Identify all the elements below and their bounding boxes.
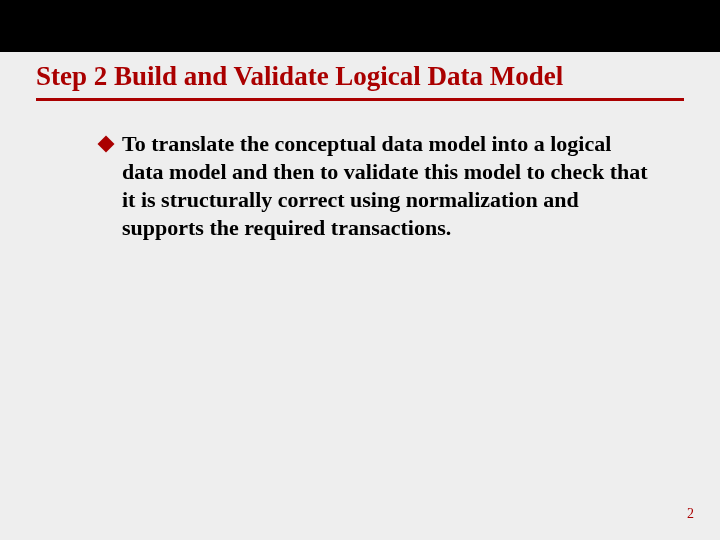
top-black-band <box>0 0 720 52</box>
slide-container: Step 2 Build and Validate Logical Data M… <box>0 0 720 540</box>
title-area: Step 2 Build and Validate Logical Data M… <box>36 60 684 101</box>
bullet-text: To translate the conceptual data model i… <box>122 130 650 243</box>
title-underline <box>36 98 684 101</box>
slide-title: Step 2 Build and Validate Logical Data M… <box>36 60 684 92</box>
page-number: 2 <box>687 506 694 522</box>
diamond-bullet-icon <box>98 136 115 153</box>
body-content: To translate the conceptual data model i… <box>100 130 650 243</box>
list-item: To translate the conceptual data model i… <box>100 130 650 243</box>
